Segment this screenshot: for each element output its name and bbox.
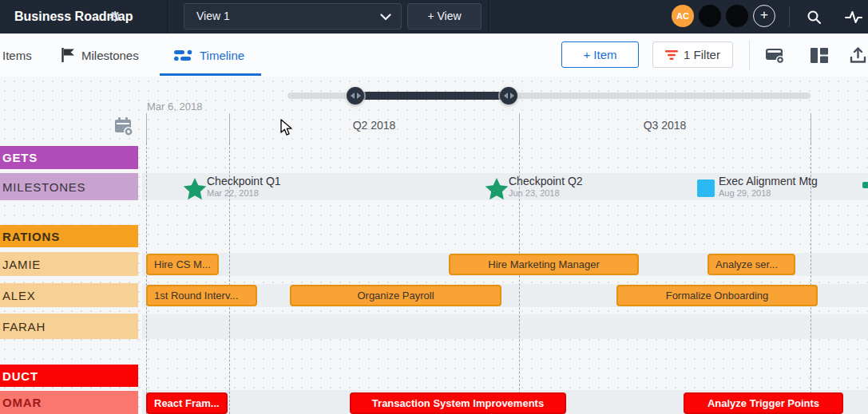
- star-milestone-icon: [484, 176, 509, 202]
- timeline-bar[interactable]: Analyze ser...: [707, 254, 795, 275]
- timeline-bar[interactable]: Organize Payroll: [290, 285, 501, 306]
- milestone-icon-wrap[interactable]: [697, 179, 715, 200]
- group-row-jamie[interactable]: JAMIE: [0, 252, 138, 276]
- milestone-icon-wrap[interactable]: [484, 176, 509, 205]
- milestone-label: Checkpoint Q1: [207, 175, 281, 188]
- triangle-left-icon: [504, 93, 508, 99]
- milestone-date: Aug 29, 2018: [719, 188, 818, 199]
- milestone-item[interactable]: Exec Alignment MtgAug 29, 2018: [719, 175, 818, 199]
- group-row-farah[interactable]: FARAH: [0, 313, 138, 339]
- timeline-bar[interactable]: Hire Marketing Manager: [449, 254, 639, 275]
- milestone-label: Checkpoint Q2: [509, 175, 583, 188]
- group-row-omar[interactable]: OMAR: [0, 391, 138, 414]
- slider-handle-left[interactable]: [347, 87, 364, 104]
- quarter-tick: [146, 113, 147, 143]
- mouse-cursor: [280, 119, 294, 136]
- quarter-header-q2: Q2 2018: [229, 119, 519, 135]
- group-row-milestones[interactable]: MILESTONES: [0, 173, 138, 200]
- app-window: Business Roadmap ⚙ View 1 + View AC + It…: [0, 0, 868, 414]
- timeline-bar[interactable]: 1st Round Interv...: [146, 285, 257, 306]
- quarter-header-q3: Q3 2018: [519, 119, 811, 135]
- group-row-rations[interactable]: RATIONS: [0, 225, 138, 247]
- quarter-tick: [811, 113, 811, 143]
- milestone-item[interactable]: Checkpoint Q2Jun 23, 2018: [509, 175, 583, 199]
- calendar-gear-icon[interactable]: [113, 116, 135, 137]
- quarter-tick: [519, 113, 520, 143]
- triangle-left-icon: [351, 93, 355, 99]
- group-row-alex[interactable]: ALEX: [0, 283, 138, 307]
- milestone-icon-wrap[interactable]: [182, 176, 208, 205]
- milestone-clipped[interactable]: [862, 182, 868, 188]
- group-row-gets[interactable]: GETS: [0, 146, 138, 169]
- timeline-bar[interactable]: Transaction System Improvements: [350, 392, 566, 414]
- milestone-item[interactable]: Checkpoint Q1Mar 22, 2018: [207, 175, 281, 199]
- group-row-duct[interactable]: DUCT: [0, 365, 138, 387]
- milestone-label: Exec Alignment Mtg: [719, 175, 818, 188]
- triangle-right-icon: [510, 93, 514, 99]
- milestone-date: Jun 23, 2018: [509, 188, 583, 199]
- timeline-bar[interactable]: Analyze Trigger Points: [684, 392, 843, 414]
- timeline-row-strip: [142, 314, 868, 339]
- timeline-gridline: [146, 143, 147, 414]
- triangle-right-icon: [357, 93, 361, 99]
- timeline-bar[interactable]: React Fram...: [146, 392, 228, 414]
- quarter-tick: [229, 113, 230, 143]
- timeline-zoom-slider-range[interactable]: [355, 92, 509, 100]
- star-milestone-icon: [182, 176, 208, 202]
- timeline-view: Mar 6, 2018 Q2 2018 Q3 2018 GETSMILESTON…: [0, 77, 868, 414]
- milestone-date: Mar 22, 2018: [207, 188, 281, 199]
- timeline-bar[interactable]: Formalize Onboarding: [616, 285, 818, 306]
- square-milestone-icon: [697, 179, 715, 197]
- timeline-start-date: Mar 6, 2018: [147, 101, 202, 112]
- slider-handle-right[interactable]: [500, 87, 517, 104]
- timeline-bar[interactable]: Hire CS M...: [146, 254, 219, 275]
